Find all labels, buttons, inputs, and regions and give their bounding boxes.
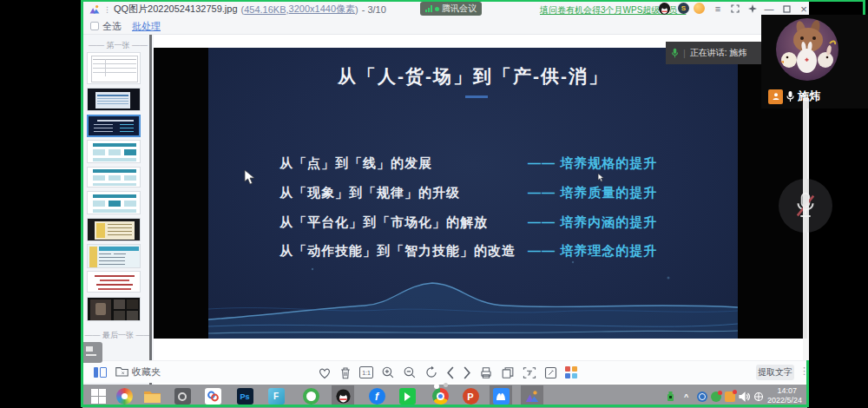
favorites-label: 收藏夹 — [132, 365, 161, 378]
last-image-label: —— 最后一张 —— — [82, 330, 154, 341]
share-border-right-top — [863, 0, 865, 15]
thumbnail-9[interactable] — [87, 271, 141, 293]
row-right-text: —— 培养内涵的提升 — [528, 214, 657, 231]
thumbnail-3-selected[interactable] — [87, 115, 141, 137]
slide: 从「人-货-场」到「产-供-消」 从「点」到「线」的发展 —— 培养规格的提升 … — [208, 48, 738, 339]
extract-text-button[interactable]: 提取文字 — [756, 365, 794, 380]
zoom-in-icon[interactable] — [381, 365, 395, 379]
panel-scrollbar[interactable] — [803, 98, 809, 360]
dimensions-link[interactable]: 3200x1440像素 — [289, 3, 355, 16]
select-all-checkbox[interactable] — [90, 22, 99, 30]
copy-pages-icon[interactable] — [501, 366, 515, 379]
share-border-right — [806, 360, 809, 407]
meeting-status-badge[interactable]: 腾讯会议 — [420, 2, 482, 16]
thumbnail-6[interactable] — [87, 191, 141, 214]
paren-close: ) — [355, 4, 358, 15]
host-badge-icon — [768, 89, 783, 104]
thumbnail-sidebar: —— 第一张 —— — [82, 35, 154, 385]
member-coin-icon[interactable] — [694, 3, 705, 14]
minimize-button[interactable]: — — [762, 2, 776, 16]
qq-wallet-icon[interactable]: S — [678, 3, 689, 14]
notification-dot — [444, 383, 448, 387]
rotate-icon[interactable] — [424, 365, 438, 379]
notification-dot — [434, 384, 439, 389]
pin-icon[interactable] — [746, 2, 760, 16]
divider: | — [683, 48, 686, 58]
active-mic-icon — [671, 48, 679, 58]
delete-trash-icon[interactable] — [339, 366, 352, 379]
row-left-text: 从「现象」到「规律」的升级 — [279, 185, 460, 201]
meeting-badge-label: 腾讯会议 — [442, 3, 477, 15]
thumbnail-10[interactable] — [87, 297, 141, 321]
actual-size-icon[interactable]: 1:1 — [359, 366, 373, 378]
sidebar-scrollbar[interactable] — [149, 35, 152, 385]
app-mountain-icon — [89, 4, 100, 15]
tray-time: 14:07 — [767, 386, 797, 396]
participant-mic-icon — [786, 90, 795, 102]
wave-decoration — [208, 252, 738, 339]
file-size-link[interactable]: 454.16KB — [244, 4, 286, 15]
participant-name: 施炜 — [798, 89, 820, 104]
tray-clock[interactable]: 14:07 2022/5/24 — [767, 386, 797, 405]
ocr-scan-icon[interactable] — [523, 366, 536, 379]
share-border-left — [81, 0, 83, 407]
qq-penguin-icon[interactable] — [659, 3, 670, 14]
signal-bars-icon — [425, 5, 432, 12]
thumbnail-5[interactable] — [87, 167, 141, 188]
apps-grid-icon[interactable] — [565, 366, 577, 378]
thumbnail-4[interactable] — [87, 140, 141, 163]
thumbnail-1[interactable] — [87, 52, 141, 84]
print-icon[interactable] — [479, 366, 493, 379]
favorites-button[interactable]: 收藏夹 — [115, 365, 161, 378]
thumbnail-7[interactable] — [87, 218, 141, 241]
next-image-icon[interactable] — [463, 366, 471, 379]
edit-icon[interactable] — [544, 366, 557, 379]
select-all-label: 全选 — [102, 20, 122, 33]
slide-title: 从「人-货-场」到「产-供-消」 — [208, 64, 738, 89]
screen: ⋮ QQ图片20220524132759.jpg (454.16KB , 320… — [0, 0, 868, 408]
title-underline — [465, 95, 488, 98]
page-indicator: - 3/10 — [362, 4, 386, 15]
folder-icon — [115, 366, 128, 378]
presenter-cursor-icon — [243, 169, 257, 185]
row-right-text: —— 培养规格的提升 — [528, 155, 657, 172]
speaking-label: 正在讲话: 施炜 — [690, 47, 747, 59]
thumbnail-2[interactable] — [87, 88, 141, 111]
row-right-text: —— 培养质量的提升 — [528, 185, 657, 201]
share-border-bottom — [81, 405, 809, 407]
filename: QQ图片20220524132759.jpg — [114, 3, 238, 16]
fullscreen-icon[interactable] — [728, 2, 742, 16]
participant-avatar — [775, 17, 839, 82]
drag-handle-icon: ⋮ — [103, 5, 111, 14]
maximize-button[interactable] — [779, 2, 793, 16]
image-canvas-area: 从「人-货-场」到「产-供-消」 从「点」到「线」的发展 —— 培养规格的提升 … — [154, 35, 809, 360]
row-left-text: 从「平台化」到「市场化」的解放 — [279, 214, 488, 231]
speaking-indicator-bar: | 正在讲话: 施炜 — [666, 42, 761, 64]
viewed-image[interactable]: 从「人-货-场」到「产-供-消」 从「点」到「线」的发展 —— 培养规格的提升 … — [154, 48, 807, 339]
mouse-cursor-icon — [597, 173, 605, 182]
green-dot-icon — [435, 7, 439, 11]
viewer-toolbar: 收藏夹 1:1 提取文字 — [82, 360, 809, 383]
first-image-label: —— 第一张 —— — [82, 40, 154, 51]
previous-image-icon[interactable] — [446, 366, 455, 379]
sidebar-toggle-icon[interactable] — [94, 367, 107, 378]
row-left-text: 从「点」到「线」的发展 — [279, 155, 432, 172]
selection-toolbar: 全选 批处理 — [82, 18, 809, 35]
like-heart-icon[interactable] — [318, 366, 332, 379]
menu-icon[interactable]: ≡ — [711, 2, 725, 16]
batch-process-link[interactable]: 批处理 — [132, 20, 161, 33]
share-border-top — [81, 0, 865, 2]
participant-video-panel[interactable]: 施炜 — [761, 15, 868, 109]
floating-mini-widget[interactable] — [82, 342, 102, 363]
thumbnail-8[interactable] — [87, 244, 141, 268]
zoom-out-icon[interactable] — [403, 365, 417, 379]
close-button[interactable]: × — [797, 2, 811, 16]
